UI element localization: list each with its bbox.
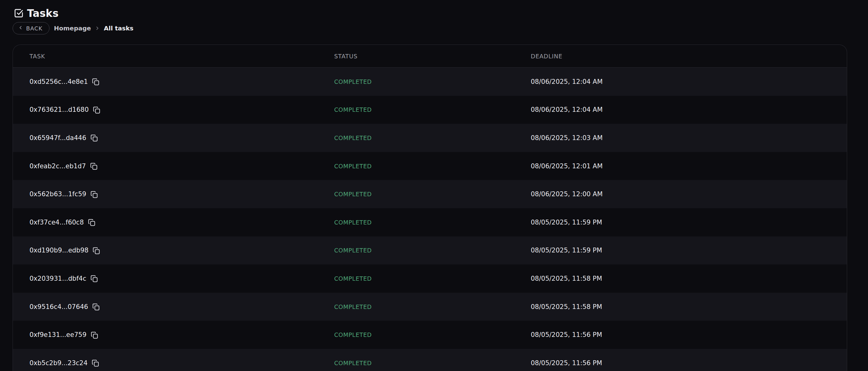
- back-button-label: BACK: [26, 25, 43, 32]
- status-value: COMPLETED: [334, 78, 531, 85]
- chevron-left-icon: [18, 25, 23, 32]
- task-id: 0x9516c4...07646: [30, 303, 88, 310]
- copy-button[interactable]: [93, 106, 100, 114]
- deadline-value: 08/05/2025, 11:58 PM: [531, 275, 847, 282]
- status-value: COMPLETED: [334, 219, 531, 226]
- breadcrumb-homepage[interactable]: Homepage: [54, 25, 91, 32]
- deadline-value: 08/05/2025, 11:56 PM: [531, 331, 847, 338]
- deadline-value: 08/06/2025, 12:03 AM: [531, 134, 847, 142]
- task-id: 0xf9e131...ee759: [30, 331, 87, 338]
- navigation-bar: BACK Homepage All tasks: [12, 22, 868, 34]
- task-id: 0xf37ce4...f60c8: [30, 219, 84, 226]
- table-row[interactable]: 0x562b63...1fc59 COMPLETED 08/06/2025, 1…: [13, 180, 847, 208]
- status-value: COMPLETED: [334, 134, 531, 141]
- deadline-value: 08/06/2025, 12:04 AM: [531, 106, 847, 113]
- copy-icon: [92, 78, 99, 86]
- breadcrumb: Homepage All tasks: [54, 25, 134, 32]
- copy-button[interactable]: [90, 275, 98, 283]
- task-cell: 0xd5256c...4e8e1: [30, 78, 334, 86]
- table-row[interactable]: 0x65947f...da446 COMPLETED 08/06/2025, 1…: [13, 124, 847, 152]
- copy-icon: [90, 134, 98, 142]
- status-value: COMPLETED: [334, 275, 531, 282]
- copy-icon: [92, 303, 100, 311]
- tasks-table: TASK STATUS DEADLINE 0xd5256c...4e8e1 CO…: [12, 44, 847, 371]
- table-row[interactable]: 0xf37ce4...f60c8 COMPLETED 08/05/2025, 1…: [13, 208, 847, 237]
- check-square-icon: [14, 8, 24, 18]
- deadline-value: 08/06/2025, 12:00 AM: [531, 190, 847, 198]
- deadline-value: 08/06/2025, 12:01 AM: [531, 162, 847, 170]
- table-row[interactable]: 0x763621...d1680 COMPLETED 08/06/2025, 1…: [13, 96, 847, 124]
- task-id: 0x763621...d1680: [30, 106, 89, 113]
- copy-button[interactable]: [92, 359, 99, 367]
- table-row[interactable]: 0xb5c2b9...23c24 COMPLETED 08/05/2025, 1…: [13, 349, 847, 371]
- task-cell: 0x763621...d1680: [30, 106, 334, 114]
- deadline-value: 08/05/2025, 11:59 PM: [531, 247, 847, 254]
- back-button[interactable]: BACK: [12, 22, 50, 34]
- task-cell: 0x9516c4...07646: [30, 303, 334, 311]
- deadline-value: 08/05/2025, 11:56 PM: [531, 359, 847, 367]
- task-id: 0xd5256c...4e8e1: [30, 78, 88, 85]
- copy-icon: [91, 331, 98, 339]
- table-row[interactable]: 0xd190b9...edb98 COMPLETED 08/05/2025, 1…: [13, 237, 847, 265]
- status-value: COMPLETED: [334, 163, 531, 169]
- status-value: COMPLETED: [334, 303, 531, 310]
- status-value: COMPLETED: [334, 360, 531, 366]
- task-id: 0xb5c2b9...23c24: [30, 359, 88, 367]
- copy-button[interactable]: [92, 303, 100, 311]
- table-row[interactable]: 0x9516c4...07646 COMPLETED 08/05/2025, 1…: [13, 293, 847, 321]
- table-row[interactable]: 0xd5256c...4e8e1 COMPLETED 08/06/2025, 1…: [13, 68, 847, 96]
- page-header: Tasks: [14, 6, 868, 20]
- chevron-right-icon: [95, 26, 100, 31]
- task-cell: 0xf9e131...ee759: [30, 331, 334, 339]
- copy-icon: [90, 191, 98, 198]
- table-row[interactable]: 0x203931...dbf4c COMPLETED 08/05/2025, 1…: [13, 265, 847, 293]
- column-header-status: STATUS: [334, 53, 531, 60]
- copy-button[interactable]: [92, 247, 100, 255]
- copy-button[interactable]: [92, 78, 99, 86]
- task-id: 0x65947f...da446: [30, 134, 86, 142]
- task-cell: 0xd190b9...edb98: [30, 246, 334, 255]
- task-cell: 0xfeab2c...eb1d7: [30, 162, 334, 170]
- copy-icon: [90, 162, 98, 170]
- copy-icon: [92, 247, 100, 255]
- column-header-task: TASK: [30, 53, 334, 60]
- task-cell: 0xb5c2b9...23c24: [30, 359, 334, 367]
- task-id: 0xd190b9...edb98: [30, 247, 89, 254]
- task-id: 0x562b63...1fc59: [30, 190, 86, 198]
- deadline-value: 08/05/2025, 11:59 PM: [531, 219, 847, 226]
- tasks-table-header: TASK STATUS DEADLINE: [13, 45, 847, 68]
- copy-icon: [90, 275, 98, 283]
- deadline-value: 08/06/2025, 12:04 AM: [531, 78, 847, 85]
- column-header-deadline: DEADLINE: [531, 53, 847, 60]
- table-row[interactable]: 0xfeab2c...eb1d7 COMPLETED 08/06/2025, 1…: [13, 152, 847, 180]
- status-value: COMPLETED: [334, 106, 531, 113]
- page-title: Tasks: [27, 7, 59, 19]
- copy-icon: [93, 106, 100, 114]
- status-value: COMPLETED: [334, 247, 531, 254]
- task-cell: 0x65947f...da446: [30, 133, 334, 142]
- status-value: COMPLETED: [334, 331, 531, 338]
- copy-button[interactable]: [88, 219, 95, 226]
- copy-button[interactable]: [90, 162, 98, 170]
- deadline-value: 08/05/2025, 11:58 PM: [531, 303, 847, 310]
- task-cell: 0x203931...dbf4c: [30, 274, 334, 283]
- task-id: 0x203931...dbf4c: [30, 275, 86, 282]
- copy-button[interactable]: [90, 134, 98, 142]
- tasks-table-body: 0xd5256c...4e8e1 COMPLETED 08/06/2025, 1…: [13, 68, 847, 371]
- breadcrumb-all-tasks: All tasks: [104, 25, 133, 32]
- status-value: COMPLETED: [334, 191, 531, 197]
- table-row[interactable]: 0xf9e131...ee759 COMPLETED 08/05/2025, 1…: [13, 321, 847, 349]
- task-cell: 0xf37ce4...f60c8: [30, 218, 334, 226]
- copy-button[interactable]: [90, 191, 98, 198]
- task-cell: 0x562b63...1fc59: [30, 190, 334, 198]
- copy-icon: [88, 219, 95, 226]
- task-id: 0xfeab2c...eb1d7: [30, 162, 86, 170]
- copy-button[interactable]: [91, 331, 98, 339]
- copy-icon: [92, 359, 99, 367]
